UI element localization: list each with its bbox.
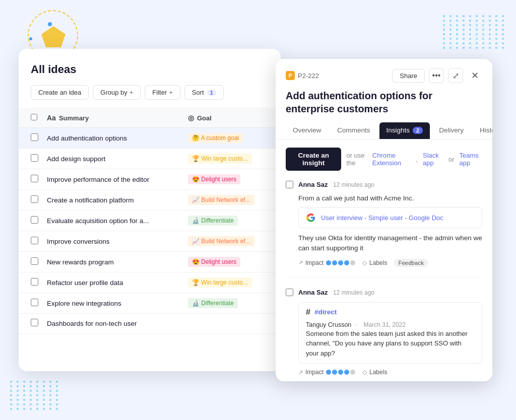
insight-1-source-card[interactable]: User interview - Simple user - Google Do… xyxy=(298,207,482,228)
decorative-dot xyxy=(456,20,458,22)
panel-tabs: OverviewCommentsInsights2DeliveryHistory xyxy=(286,122,482,139)
table-row[interactable]: Create a notification platform 📈 Build N… xyxy=(19,190,281,211)
row-checkbox-1[interactable] xyxy=(31,133,47,143)
table-row[interactable]: Add design support 🏆 Win large custo... xyxy=(19,149,281,169)
row-checkbox-8[interactable] xyxy=(31,278,47,288)
more-options-button[interactable]: ••• xyxy=(429,68,444,83)
goal-tag-2: 🏆 Win large custo... xyxy=(188,154,252,164)
row-checkbox-10[interactable] xyxy=(31,319,47,328)
insight-item-2: Anna Saz 12 minutes ago # #direct Tanguy… xyxy=(286,288,482,382)
decorative-dot xyxy=(489,29,491,31)
insight-2-checkbox[interactable] xyxy=(286,289,293,298)
decorative-dot xyxy=(482,42,484,44)
decorative-dot xyxy=(49,403,51,405)
decorative-dot xyxy=(449,20,452,22)
row-checkbox-2[interactable] xyxy=(31,154,47,164)
tab-comments[interactable]: Comments xyxy=(330,122,377,139)
teams-app-link[interactable]: Teams app xyxy=(459,152,482,167)
decorative-dot xyxy=(30,399,32,401)
table-row[interactable]: Explore new integrations 🔬 Differentiate xyxy=(19,293,281,314)
decorative-dot xyxy=(489,20,491,22)
close-button[interactable]: ✕ xyxy=(467,68,482,83)
row-goal-8: 🏆 Win large custo... xyxy=(188,277,269,288)
header-checkbox-col xyxy=(31,113,47,122)
slack-app-link[interactable]: Slack app xyxy=(423,152,443,167)
row-checkbox-9[interactable] xyxy=(31,299,47,308)
table-row[interactable]: New rewards program 😍 Delight users xyxy=(19,252,281,272)
row-checkbox-7[interactable] xyxy=(31,257,47,267)
expand-icon: ⤢ xyxy=(453,71,459,81)
row-summary-9: Explore new integrations xyxy=(47,300,188,307)
decorative-dot xyxy=(449,15,452,17)
summary-column-header: Aa Summary xyxy=(47,114,188,122)
dot1 xyxy=(326,260,331,265)
decorative-dot xyxy=(49,390,51,392)
row-check-input-1[interactable] xyxy=(31,133,38,141)
decorative-dot xyxy=(443,20,445,22)
create-idea-button[interactable]: Create an idea xyxy=(31,85,89,100)
decorative-dot xyxy=(463,42,465,44)
decorative-dot xyxy=(443,29,445,31)
table-row[interactable]: Improve performance of the editor 😍 Deli… xyxy=(19,169,281,190)
tab-history[interactable]: History xyxy=(473,122,492,139)
decorative-dot xyxy=(36,399,38,401)
slack-author-row: Tanguy Crusson · March 31, 2022 xyxy=(306,320,475,329)
row-check-input-6[interactable] xyxy=(31,237,38,244)
select-all-checkbox[interactable] xyxy=(31,114,37,120)
tab-overview[interactable]: Overview xyxy=(286,122,328,139)
row-check-input-5[interactable] xyxy=(31,216,38,224)
expand-button[interactable]: ⤢ xyxy=(448,68,463,83)
row-check-input-10[interactable] xyxy=(31,319,38,326)
table-row[interactable]: Evaluate acquisition option for a... 🔬 D… xyxy=(19,211,281,231)
row-checkbox-4[interactable] xyxy=(31,195,47,205)
row-summary-1: Add authentication options xyxy=(47,134,188,142)
sort-button[interactable]: Sort 1 xyxy=(184,85,224,100)
decorative-dot xyxy=(502,24,504,26)
filter-plus: + xyxy=(169,89,173,96)
tab-delivery[interactable]: Delivery xyxy=(432,122,471,139)
insight-2-check-input[interactable] xyxy=(286,289,293,296)
row-checkbox-6[interactable] xyxy=(31,237,47,246)
slack-card[interactable]: # #direct Tanguy Crusson · March 31, 202… xyxy=(298,302,482,364)
row-checkbox-3[interactable] xyxy=(31,175,47,184)
table-header: Aa Summary ◎ Goal xyxy=(19,108,281,128)
decorative-dot xyxy=(10,390,12,392)
row-check-input-7[interactable] xyxy=(31,257,38,265)
table-row[interactable]: Dashboards for non-tech user xyxy=(19,314,281,334)
panel-id: P P2-222 xyxy=(286,71,319,80)
insight-1-checkbox[interactable] xyxy=(286,181,293,190)
decorative-dot xyxy=(463,29,465,31)
table-row[interactable]: Improve conversions 📈 Build Network ef..… xyxy=(19,231,281,252)
decorative-dot xyxy=(56,385,58,387)
table-row[interactable]: Add authentication options 🤔 A custom go… xyxy=(19,128,281,149)
decorative-dot xyxy=(443,42,445,44)
decorative-dot xyxy=(449,29,452,31)
panel-id-icon: P xyxy=(286,71,295,80)
decorative-dot xyxy=(56,390,58,392)
row-check-input-9[interactable] xyxy=(31,299,38,306)
insight-2-author: Anna Saz xyxy=(298,289,328,296)
row-check-input-2[interactable] xyxy=(31,154,38,162)
slack-author: Tanguy Crusson xyxy=(306,321,351,328)
create-insight-button[interactable]: Create an insight xyxy=(286,148,341,171)
row-check-input-3[interactable] xyxy=(31,175,38,182)
insight-1-check-input[interactable] xyxy=(286,181,293,188)
filter-button[interactable]: Filter + xyxy=(145,85,180,100)
or-sep: or xyxy=(448,156,455,163)
table-row[interactable]: Refactor user profile data 🏆 Win large c… xyxy=(19,272,281,293)
decorative-dot xyxy=(495,24,497,26)
decorative-dot xyxy=(17,385,19,387)
row-summary-8: Refactor user profile data xyxy=(47,279,188,287)
group-by-button[interactable]: Group by + xyxy=(93,85,141,100)
share-button[interactable]: Share xyxy=(392,69,425,83)
impact-dots-2 xyxy=(326,370,355,375)
tab-insights[interactable]: Insights2 xyxy=(379,122,430,139)
row-check-input-8[interactable] xyxy=(31,278,38,286)
chrome-extension-link[interactable]: Chrome Extension xyxy=(372,152,411,167)
labels-label-2: Labels xyxy=(369,369,387,376)
row-checkbox-5[interactable] xyxy=(31,216,47,226)
tab-label-insights: Insights xyxy=(386,126,410,134)
row-check-input-4[interactable] xyxy=(31,195,38,203)
row-summary-6: Improve conversions xyxy=(47,238,188,245)
impact-meta-1: ↗ Impact xyxy=(298,259,355,266)
